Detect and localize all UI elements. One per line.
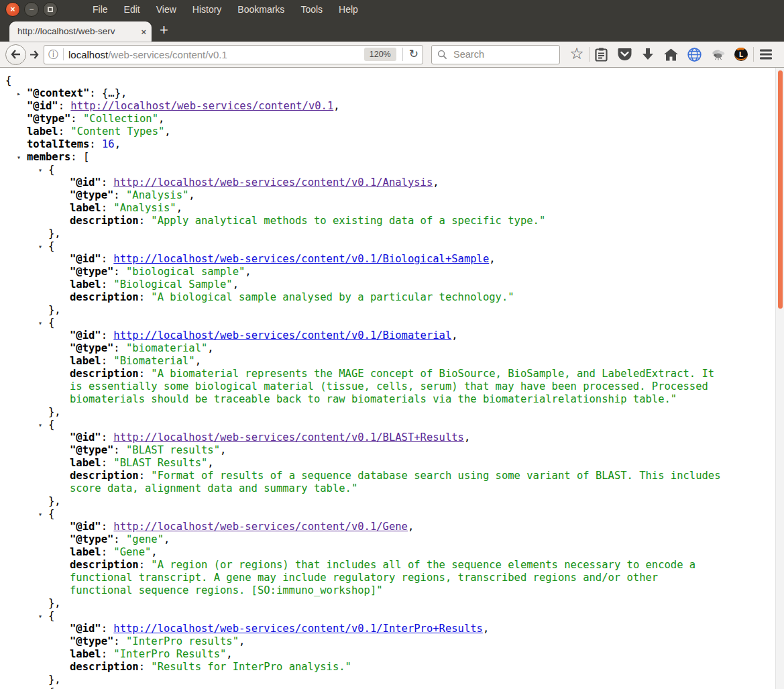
menu-button[interactable] (754, 44, 777, 64)
json-line: description: "Apply analytical methods t… (0, 215, 784, 227)
json-line: "@id": http://localhost/web-services/con… (0, 253, 784, 266)
json-text: , (158, 113, 164, 125)
menu-bookmarks[interactable]: Bookmarks (231, 1, 291, 17)
json-string: biomaterials should be traceable back to… (70, 393, 677, 405)
search-box[interactable] (431, 45, 560, 64)
json-text: , (451, 329, 457, 341)
json-link[interactable]: http://localhost/web-services/content/v0… (113, 521, 408, 533)
json-link[interactable]: http://localhost/web-services/content/v0… (113, 253, 489, 265)
json-string: "Apply analytical methods to existing da… (151, 215, 545, 227)
json-text: : (101, 253, 114, 265)
json-key: description (70, 291, 139, 303)
url-host: localhost (68, 49, 108, 60)
menu-tools[interactable]: Tools (294, 1, 329, 17)
json-string: "InterPro results" (126, 635, 239, 647)
json-line: ▾members: [ (0, 151, 784, 164)
bookmarks-list-button[interactable] (590, 44, 613, 64)
json-line: score data, alignment data and summary t… (0, 482, 784, 495)
json-link[interactable]: http://localhost/web-services/content/v0… (113, 329, 451, 341)
site-info-icon[interactable]: ⓘ (48, 48, 58, 61)
json-string: functional transcript. A gene may includ… (70, 572, 658, 584)
back-button[interactable] (5, 44, 26, 65)
collapse-expanded-icon[interactable]: ▾ (38, 164, 42, 176)
json-text: { (48, 610, 54, 622)
json-string: "Biomaterial" (113, 355, 194, 367)
json-text: : (101, 278, 114, 290)
window-minimize-button[interactable]: − (24, 2, 39, 17)
collapse-expanded-icon[interactable]: ▾ (17, 151, 21, 164)
pocket-icon (618, 48, 632, 61)
json-text: }, (48, 674, 61, 686)
vertical-scrollbar[interactable] (775, 68, 784, 689)
web-globe-button[interactable] (683, 44, 706, 64)
collapse-expanded-icon[interactable]: ▾ (38, 610, 42, 623)
menu-history[interactable]: History (186, 1, 229, 17)
json-line: "@id": http://localhost/web-services/con… (0, 431, 784, 444)
window-close-button[interactable]: × (5, 2, 20, 17)
json-line: "@type": "biological sample", (0, 266, 784, 278)
collapse-expanded-icon[interactable]: ▾ (38, 317, 42, 329)
back-arrow-icon (11, 50, 21, 59)
json-string: "biological sample" (126, 266, 245, 278)
download-icon (642, 48, 654, 61)
json-text: : (113, 444, 126, 456)
json-text: , (233, 278, 239, 290)
json-text: : (89, 138, 102, 150)
json-line: }, (0, 227, 784, 240)
json-string: score data, alignment data and summary t… (70, 482, 357, 494)
json-text: { (48, 419, 54, 431)
downloads-button[interactable] (636, 44, 659, 64)
active-tab[interactable]: http://localhost/web-serv × (9, 21, 152, 42)
json-string: "Format of results of a sequence databas… (151, 470, 720, 482)
json-key: "@context" (27, 87, 89, 99)
collapse-expanded-icon[interactable]: ▾ (38, 686, 42, 689)
window-controls: × − (5, 2, 58, 17)
collapse-expanded-icon[interactable]: ▾ (38, 419, 42, 431)
hamburger-icon (759, 49, 773, 60)
json-key: totalItems (27, 138, 89, 150)
json-text: }, (48, 495, 61, 507)
json-string: "Biological Sample" (113, 278, 232, 290)
search-input[interactable] (452, 48, 554, 60)
collapse-expanded-icon[interactable]: ▾ (38, 508, 42, 521)
json-line: "@type": "Collection", (0, 113, 784, 125)
url-bar[interactable]: ⓘ localhost /web-services/content/v0.1 1… (44, 45, 423, 64)
json-key: label (70, 355, 101, 367)
json-line: is essentially some biological material … (0, 380, 784, 393)
window-maximize-button[interactable] (43, 2, 58, 17)
json-text: : [ (70, 151, 89, 163)
bookmark-star-button[interactable]: ☆ (565, 44, 588, 64)
zoom-level-badge[interactable]: 120% (364, 48, 396, 61)
json-line: label: "Gene", (0, 546, 784, 559)
json-text: { (48, 164, 54, 176)
menu-help[interactable]: Help (332, 1, 365, 17)
menu-view[interactable]: View (150, 1, 183, 17)
reload-icon[interactable]: ↻ (402, 48, 418, 61)
json-key: "@id" (70, 329, 101, 341)
json-link[interactable]: http://localhost/web-services/content/v0… (113, 623, 483, 635)
home-button[interactable] (660, 44, 683, 64)
collapse-expanded-icon[interactable]: ▾ (38, 240, 42, 253)
maximize-icon (48, 7, 53, 12)
json-link[interactable]: http://localhost/web-services/content/v0… (113, 176, 433, 189)
scrollbar-thumb[interactable] (778, 70, 783, 309)
new-tab-button[interactable]: + (152, 20, 176, 40)
json-string: "InterPro Results" (113, 648, 226, 660)
json-text: : (113, 342, 126, 354)
json-text: , (207, 457, 213, 469)
forward-button[interactable] (25, 46, 42, 63)
addon-logo-button[interactable]: L (730, 44, 752, 64)
pocket-button[interactable] (613, 44, 636, 64)
json-line: "@type": "InterPro results", (0, 635, 784, 648)
menu-file[interactable]: File (86, 1, 115, 17)
json-line: ▾{ (0, 508, 784, 521)
json-link[interactable]: http://localhost/web-services/content/v0… (113, 431, 464, 443)
addon-fly-button[interactable] (707, 44, 730, 64)
expand-collapsed-icon[interactable]: ▸ (17, 87, 21, 100)
json-text: , (164, 125, 170, 138)
json-key: "@type" (27, 113, 70, 125)
menu-edit[interactable]: Edit (117, 1, 147, 17)
json-text: : (58, 100, 71, 112)
json-link[interactable]: http://localhost/web-services/content/v0… (70, 100, 333, 112)
tab-close-icon[interactable]: × (141, 27, 146, 37)
